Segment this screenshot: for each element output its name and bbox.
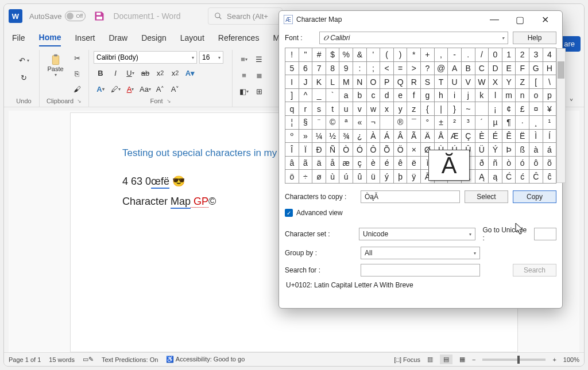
italic-button[interactable]: I [109, 66, 122, 80]
char-cell[interactable]: ý [380, 170, 393, 183]
char-cell[interactable]: Ć [502, 170, 516, 183]
font-name-select[interactable]: Calibri (Body)▾ [94, 51, 197, 64]
char-cell[interactable]: é [380, 157, 393, 170]
char-cell[interactable]: R [407, 75, 420, 88]
char-cell[interactable]: a [339, 89, 353, 102]
shrink-font-button[interactable]: A˅ [168, 82, 182, 96]
char-cell[interactable]: ± [435, 116, 448, 129]
char-cell[interactable]: á [543, 143, 556, 156]
help-button[interactable]: Help [513, 32, 556, 44]
char-cell[interactable]: G [529, 62, 543, 75]
char-cell[interactable]: x [380, 102, 393, 115]
zoom-value[interactable]: 100% [563, 356, 579, 363]
char-cell[interactable]: ; [367, 62, 380, 75]
font-select[interactable]: 𝑂 Calibri▾ [319, 32, 508, 44]
char-cell[interactable]: T [435, 75, 448, 88]
char-cell[interactable]: ć [516, 170, 529, 183]
char-cell[interactable]: * [407, 48, 420, 61]
tab-layout[interactable]: Layout [180, 30, 204, 46]
copy-button[interactable]: ⎘ [70, 67, 84, 80]
char-cell[interactable]: f [407, 89, 420, 102]
char-cell[interactable]: r [299, 102, 312, 115]
zoom-out-icon[interactable]: − [472, 356, 475, 363]
char-cell[interactable]: Í [543, 130, 556, 143]
char-cell[interactable]: ~ [462, 102, 475, 115]
char-cell[interactable]: ¡ [489, 102, 502, 115]
char-cell[interactable]: u [339, 102, 353, 115]
char-cell[interactable]: Y [502, 75, 516, 88]
char-cell[interactable]: Î [285, 143, 299, 156]
char-cell[interactable]: ÷ [299, 170, 312, 183]
char-cell[interactable]: c [367, 89, 380, 102]
char-cell[interactable]: È [475, 130, 489, 143]
char-cell[interactable]: Ö [394, 143, 407, 156]
char-cell[interactable]: 7 [312, 62, 326, 75]
char-cell[interactable]: ö [285, 170, 299, 183]
char-cell[interactable]: P [380, 75, 393, 88]
char-cell[interactable]: » [299, 130, 312, 143]
char-cell[interactable]: Ü [475, 143, 489, 156]
char-cell[interactable]: Â [394, 130, 407, 143]
char-cell[interactable]: Á [380, 130, 393, 143]
char-cell[interactable]: û [353, 170, 366, 183]
status-accessibility[interactable]: ♿ Accessibility: Good to go [166, 356, 245, 363]
char-cell[interactable]: y [394, 102, 407, 115]
char-cell[interactable]: ÿ [407, 170, 420, 183]
tab-home[interactable]: Home [39, 29, 61, 46]
char-cell[interactable]: Ý [489, 143, 502, 156]
char-cell[interactable]: ¶ [502, 116, 516, 129]
tab-draw[interactable]: Draw [109, 30, 127, 46]
tab-insert[interactable]: Insert [75, 30, 95, 46]
char-cell[interactable]: j [462, 89, 475, 102]
char-cell[interactable]: ¬ [367, 116, 380, 129]
char-cell[interactable]: Ê [502, 130, 516, 143]
char-cell[interactable]: Ó [353, 143, 366, 156]
char-cell[interactable]: H [543, 62, 556, 75]
char-cell[interactable]: Ô [367, 143, 380, 156]
char-cell[interactable]: ( [380, 48, 393, 61]
char-cell[interactable]: ¢ [502, 102, 516, 115]
char-cell[interactable]: @ [435, 62, 448, 75]
char-cell[interactable]: ó [516, 157, 529, 170]
char-cell[interactable]: ¿ [353, 130, 366, 143]
toggle-switch-icon[interactable]: Off [65, 11, 86, 21]
char-cell[interactable]: ¹ [543, 116, 556, 129]
goto-unicode-input[interactable] [534, 228, 556, 240]
char-cell[interactable]: 4 [543, 48, 556, 61]
close-button[interactable]: ✕ [532, 11, 558, 28]
char-cell[interactable]: m [502, 89, 516, 102]
char-cell[interactable]: ' [367, 48, 380, 61]
char-grid[interactable]: !"#$%&'()*+,-./0123456789:;<=>?@ABCDEFGH… [285, 48, 556, 183]
char-cell[interactable]: ² [448, 116, 461, 129]
char-cell[interactable]: ü [367, 170, 380, 183]
char-cell[interactable]: Ą [475, 170, 489, 183]
char-cell[interactable]: h [435, 89, 448, 102]
text-effects-button[interactable]: A▾ [183, 66, 197, 80]
font-size-select[interactable]: 16▾ [199, 51, 223, 64]
char-cell[interactable]: ĉ [543, 170, 556, 183]
char-cell[interactable]: º [285, 130, 299, 143]
char-cell[interactable]: þ [394, 170, 407, 183]
char-cell[interactable]: Ĉ [529, 170, 543, 183]
char-cell[interactable]: ú [339, 170, 353, 183]
char-cell[interactable]: Ð [312, 143, 326, 156]
char-cell[interactable]: + [421, 48, 434, 61]
char-cell[interactable]: ñ [489, 157, 502, 170]
char-cell[interactable]: ? [421, 62, 434, 75]
launcher-icon[interactable]: ↘ [167, 98, 171, 104]
grid-scrollbar[interactable] [556, 48, 566, 183]
char-cell[interactable]: _ [312, 89, 326, 102]
undo-button[interactable]: ↶▾ [17, 53, 31, 67]
char-cell[interactable]: ¤ [529, 102, 543, 115]
char-cell[interactable]: S [421, 75, 434, 88]
bullets-button[interactable]: ≡▾ [237, 52, 251, 66]
char-cell[interactable]: - [448, 48, 461, 61]
char-cell[interactable]: ¨ [312, 116, 326, 129]
subscript-button[interactable]: x2 [153, 66, 167, 80]
char-cell[interactable]: Ç [462, 130, 475, 143]
char-cell[interactable]: / [475, 48, 489, 61]
spellcheck-icon[interactable]: ▭✎ [83, 356, 94, 363]
char-cell[interactable]: M [339, 75, 353, 88]
char-cell[interactable]: ´ [475, 116, 489, 129]
char-cell[interactable]: b [353, 89, 366, 102]
